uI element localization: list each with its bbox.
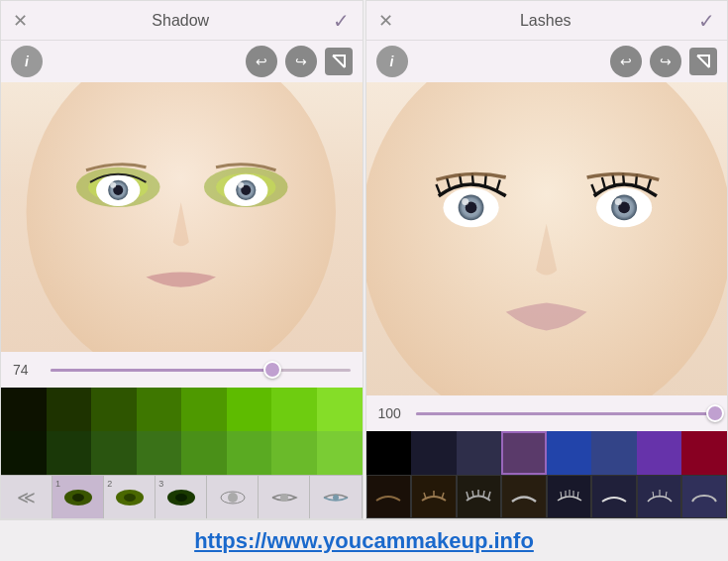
shadow-panel: ✕ Shadow ✓ i ↩ ↪ [0, 0, 364, 519]
shadow-header: ✕ Shadow ✓ [1, 1, 363, 41]
svg-line-43 [666, 492, 667, 498]
lashes-close-button[interactable]: ✕ [378, 10, 393, 32]
svg-line-34 [483, 491, 484, 497]
color-swatch[interactable] [91, 388, 137, 431]
shadow-tab-3[interactable]: 3 [156, 476, 207, 518]
svg-point-17 [333, 495, 339, 501]
svg-point-15 [228, 493, 238, 503]
lashes-color-darknavy[interactable] [411, 431, 457, 475]
color-swatch[interactable] [47, 388, 92, 431]
color-swatch[interactable] [47, 431, 92, 475]
shadow-tab-1[interactable]: 1 [52, 476, 104, 518]
lashes-color-violet[interactable] [637, 431, 682, 475]
svg-point-23 [462, 198, 468, 205]
lash-style-8[interactable] [681, 475, 727, 518]
shadow-toolbar: i ↩ ↪ [1, 41, 363, 82]
lashes-slider-value: 100 [378, 405, 408, 421]
color-swatch[interactable] [317, 388, 363, 431]
shadow-face-bg [1, 82, 363, 352]
lashes-color-palette [366, 431, 728, 475]
shadow-title: Shadow [152, 12, 209, 30]
color-swatch[interactable] [137, 388, 182, 431]
shadow-slider-thumb[interactable] [263, 361, 281, 379]
lash-style-3[interactable] [457, 475, 502, 518]
color-swatch[interactable] [271, 388, 317, 431]
footer: https://www.youcammakeup.info [0, 519, 728, 561]
shadow-tab-style3[interactable] [310, 476, 362, 518]
shadow-undo-button[interactable]: ↩ [246, 46, 277, 77]
lashes-face-bg [366, 82, 728, 395]
shadow-slider-track[interactable] [51, 369, 351, 372]
svg-line-36 [561, 492, 562, 499]
svg-line-41 [653, 492, 654, 498]
lash-style-4[interactable] [501, 475, 547, 518]
shadow-tabs: ≪ 1 2 3 [1, 475, 363, 518]
shadow-slider-area: 74 [1, 352, 363, 388]
color-swatch[interactable] [181, 431, 227, 475]
lashes-undo-button[interactable]: ↩ [610, 46, 642, 77]
shadow-face-area [1, 82, 363, 352]
lashes-redo-button[interactable]: ↪ [650, 46, 681, 77]
lashes-color-purple[interactable] [501, 431, 547, 475]
shadow-corner-button[interactable] [325, 48, 353, 75]
shadow-confirm-button[interactable]: ✓ [333, 9, 350, 33]
lash-style-6[interactable] [591, 475, 637, 518]
color-swatch[interactable] [181, 388, 227, 431]
svg-line-40 [577, 492, 578, 499]
svg-line-18 [697, 56, 709, 67]
shadow-slider-fill [51, 369, 272, 372]
svg-line-0 [333, 56, 345, 67]
color-swatch[interactable] [1, 388, 47, 431]
svg-line-30 [442, 493, 444, 499]
shadow-color-palette [1, 388, 363, 475]
lashes-corner-button[interactable] [689, 48, 717, 75]
shadow-tab-style1[interactable] [207, 476, 259, 518]
shadow-info-button[interactable]: i [11, 46, 43, 77]
svg-line-32 [472, 491, 473, 497]
color-swatch[interactable] [317, 431, 363, 475]
main-container: ✕ Shadow ✓ i ↩ ↪ [0, 0, 728, 561]
shadow-close-button[interactable]: ✕ [13, 10, 28, 32]
svg-line-28 [424, 493, 426, 499]
lashes-slider-track[interactable] [416, 412, 716, 415]
color-swatch[interactable] [227, 388, 272, 431]
lashes-slider-area: 100 [366, 395, 728, 431]
svg-point-13 [238, 182, 244, 188]
lashes-confirm-button[interactable]: ✓ [698, 9, 715, 33]
lash-style-5[interactable] [547, 475, 592, 518]
color-swatch[interactable] [227, 431, 272, 475]
lashes-title: Lashes [520, 12, 572, 30]
svg-line-35 [488, 492, 490, 499]
website-link[interactable]: https://www.youcammakeup.info [194, 528, 534, 554]
lash-style-1[interactable] [366, 475, 412, 518]
lashes-info-button[interactable]: i [376, 46, 408, 77]
svg-point-9 [110, 182, 116, 188]
shadow-tab-style2[interactable] [259, 476, 310, 518]
lashes-slider-thumb[interactable] [706, 404, 724, 422]
lashes-color-darkblue[interactable] [591, 431, 637, 475]
color-swatch[interactable] [91, 431, 137, 475]
shadow-redo-button[interactable]: ↪ [285, 46, 317, 77]
lashes-style-palette [366, 475, 728, 518]
lashes-face-area [366, 82, 728, 395]
color-swatch[interactable] [271, 431, 317, 475]
color-swatch[interactable] [137, 431, 182, 475]
lashes-color-navy[interactable] [457, 431, 502, 475]
lash-style-2[interactable] [411, 475, 457, 518]
svg-point-16 [280, 494, 288, 502]
lashes-panel: ✕ Lashes ✓ i ↩ ↪ [365, 0, 729, 519]
svg-point-27 [614, 198, 621, 205]
lashes-header: ✕ Lashes ✓ [366, 1, 728, 41]
lashes-color-black[interactable] [366, 431, 412, 475]
lashes-toolbar: i ↩ ↪ [366, 41, 728, 82]
svg-line-31 [467, 492, 468, 499]
lashes-slider-fill [416, 412, 716, 415]
panels-row: ✕ Shadow ✓ i ↩ ↪ [0, 0, 728, 519]
lashes-color-darkred[interactable] [681, 431, 727, 475]
color-swatch[interactable] [1, 431, 47, 475]
shadow-slider-value: 74 [13, 362, 43, 378]
shadow-tab-2[interactable]: 2 [104, 476, 156, 518]
shadow-tab-chevron[interactable]: ≪ [1, 476, 52, 518]
lashes-color-blue[interactable] [547, 431, 592, 475]
lash-style-7[interactable] [637, 475, 682, 518]
